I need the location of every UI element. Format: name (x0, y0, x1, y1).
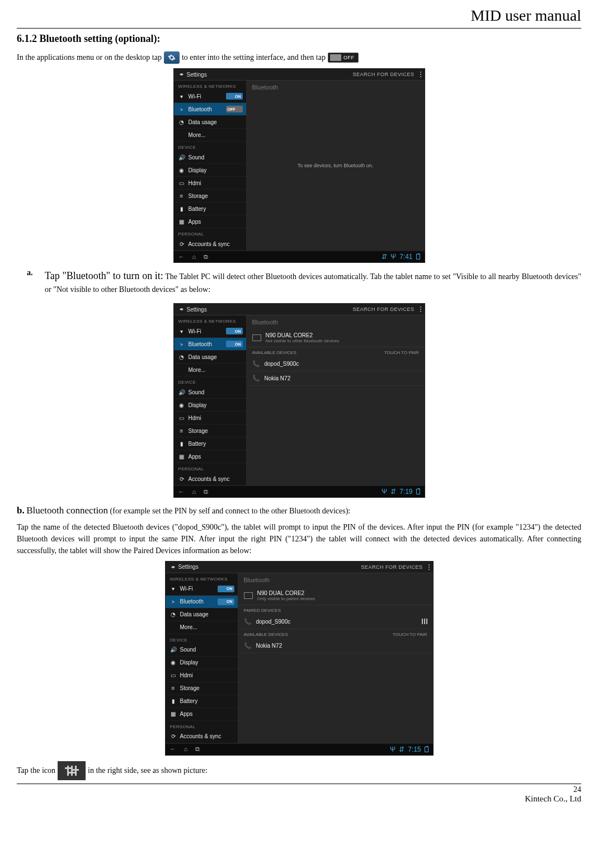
sidebar-item-apps[interactable]: ▦Apps (174, 450, 246, 463)
data-usage-icon: ◔ (178, 119, 185, 125)
sidebar-item-apps[interactable]: ▦Apps (166, 708, 238, 721)
overflow-menu-icon[interactable] (420, 72, 421, 77)
back-icon[interactable]: ← (178, 253, 185, 261)
sidebar-item-display[interactable]: ◉Display (174, 164, 246, 177)
sidebar-item-battery[interactable]: ▮Battery (166, 695, 238, 708)
available-device-row[interactable]: 📞Nokia N72 (238, 639, 433, 653)
device-icon (244, 592, 253, 599)
home-icon[interactable]: ⌂ (192, 488, 196, 496)
section-heading: 6.1.2 Bluetooth setting (optional): (17, 33, 581, 45)
sidebar-item-bluetooth[interactable]: ᚛Bluetooth (166, 596, 238, 608)
sidebar-label: Sound (180, 647, 196, 653)
page-footer: 24 Kintech Co., Ltd (17, 784, 581, 804)
sidebar-item-hdmi[interactable]: ▭Hdmi (166, 669, 238, 682)
category-wireless: WIRELESS & NETWORKS (174, 315, 246, 325)
tail-text-2: in the right side, see as shown picture: (88, 766, 208, 775)
wifi-toggle[interactable] (218, 586, 234, 592)
sidebar-label: Battery (189, 206, 206, 212)
sidebar-item-data-usage[interactable]: ◔Data usage (166, 608, 238, 621)
paired-devices-header: PAIRED DEVICES (244, 608, 281, 613)
sidebar-label: Display (180, 659, 199, 666)
sidebar-item-sound[interactable]: 🔊Sound (174, 386, 246, 399)
sidebar-item-display[interactable]: ◉Display (174, 399, 246, 412)
clock-time: 7:15 (408, 746, 421, 753)
sidebar-item-accounts[interactable]: ⟳Accounts & sync (166, 730, 238, 743)
category-device: DEVICE (166, 634, 238, 644)
touch-to-pair-header: TOUCH TO PAIR (384, 350, 419, 355)
sidebar-item-hdmi[interactable]: ▭Hdmi (174, 177, 246, 190)
settings-main-panel: Bluetooth N90 DUAL CORE2 Only visible to… (238, 573, 433, 743)
sidebar-item-bluetooth[interactable]: ᚛Bluetooth (174, 103, 246, 116)
sidebar-item-accounts[interactable]: ⟳Accounts & sync (174, 473, 246, 485)
settings-screenshot-2: Settings SEARCH FOR DEVICES WIRELESS & N… (173, 303, 425, 498)
sidebar-item-data-usage[interactable]: ◔Data usage (174, 351, 246, 364)
available-device-row[interactable]: 📞Nokia N72 (247, 371, 425, 386)
sidebar-label: More... (180, 624, 197, 630)
sidebar-item-more[interactable]: More... (174, 129, 246, 141)
item-a-marker: a. (27, 268, 35, 299)
sidebar-item-display[interactable]: ◉Display (166, 657, 238, 669)
sidebar-item-sound[interactable]: 🔊Sound (166, 644, 238, 657)
category-device: DEVICE (174, 141, 246, 151)
settings-screenshot-1: Settings SEARCH FOR DEVICES WIRELESS & N… (173, 68, 425, 263)
back-icon[interactable]: ← (178, 488, 185, 496)
usb-icon-2: ⇵ (390, 488, 396, 496)
sidebar-item-wifi[interactable]: ▾Wi-Fi (166, 583, 238, 596)
sidebar-item-hdmi[interactable]: ▭Hdmi (174, 412, 246, 424)
sidebar-item-data-usage[interactable]: ◔Data usage (174, 116, 246, 129)
battery-icon: ▮ (178, 205, 185, 212)
battery-status-icon (425, 747, 429, 752)
sync-icon: ⟳ (178, 475, 185, 482)
sidebar-item-bluetooth[interactable]: ᚛Bluetooth (174, 338, 246, 351)
bluetooth-toggle[interactable] (226, 341, 243, 347)
sidebar-item-more[interactable]: More... (174, 364, 246, 376)
search-for-devices-button[interactable]: SEARCH FOR DEVICES (352, 72, 414, 77)
settings-title: Settings (187, 72, 207, 78)
sidebar-item-battery[interactable]: ▮Battery (174, 202, 246, 215)
recents-icon[interactable]: ⧉ (204, 253, 208, 261)
recents-icon[interactable]: ⧉ (195, 746, 200, 753)
recents-icon[interactable]: ⧉ (204, 488, 208, 496)
paired-device-row[interactable]: 📞dopod_S900c (238, 615, 433, 629)
sidebar-item-accounts[interactable]: ⟳Accounts & sync (174, 238, 246, 251)
bluetooth-toggle[interactable] (218, 598, 234, 605)
sidebar-item-storage[interactable]: ≡Storage (174, 190, 246, 202)
home-icon[interactable]: ⌂ (184, 746, 188, 753)
overflow-menu-icon[interactable] (420, 306, 421, 312)
apps-icon: ▦ (178, 218, 185, 225)
sidebar-item-battery[interactable]: ▮Battery (174, 437, 246, 450)
settings-sidebar: WIRELESS & NETWORKS ▾Wi-Fi ᚛Bluetooth ◔D… (166, 573, 238, 743)
sync-icon: ⟳ (170, 733, 177, 740)
bluetooth-self-row[interactable]: N90 DUAL CORE2 Not visible to other Blue… (247, 329, 425, 347)
available-device-row[interactable]: 📞dopod_S900c (247, 357, 425, 371)
self-device-name: N90 DUAL CORE2 (266, 332, 340, 338)
sidebar-label: Data usage (180, 611, 209, 617)
battery-icon: ▮ (170, 698, 177, 705)
wifi-toggle[interactable] (226, 93, 243, 100)
device-settings-icon[interactable] (422, 619, 427, 624)
sidebar-item-storage[interactable]: ≡Storage (174, 424, 246, 437)
settings-main-panel: Bluetooth N90 DUAL CORE2 Not visible to … (247, 315, 425, 485)
item-b-title: Bluetooth connection (26, 505, 108, 516)
sidebar-item-more[interactable]: More... (166, 621, 238, 634)
sidebar-label: Wi-Fi (180, 586, 193, 592)
search-for-devices-button[interactable]: SEARCH FOR DEVICES (361, 564, 422, 570)
sidebar-item-wifi[interactable]: ▾Wi-Fi (174, 90, 246, 103)
sidebar-item-sound[interactable]: 🔊Sound (174, 151, 246, 164)
overflow-menu-icon[interactable] (429, 564, 430, 570)
sidebar-label: Sound (189, 389, 205, 395)
sidebar-item-wifi[interactable]: ▾Wi-Fi (174, 325, 246, 338)
bluetooth-self-row[interactable]: N90 DUAL CORE2 Only visible to paired de… (238, 587, 433, 605)
gear-icon (177, 71, 184, 78)
back-icon[interactable]: ← (170, 746, 176, 753)
sidebar-label: Wi-Fi (189, 93, 201, 100)
usb-icon-2: Ψ (390, 253, 396, 261)
sidebar-item-storage[interactable]: ≡Storage (166, 682, 238, 695)
bluetooth-toggle[interactable] (226, 106, 243, 112)
home-icon[interactable]: ⌂ (192, 253, 196, 261)
category-personal: PERSONAL (166, 721, 238, 730)
search-for-devices-button[interactable]: SEARCH FOR DEVICES (352, 306, 414, 312)
wifi-toggle[interactable] (226, 328, 243, 334)
sidebar-item-apps[interactable]: ▦Apps (174, 215, 246, 228)
sidebar-label: Apps (180, 711, 193, 717)
